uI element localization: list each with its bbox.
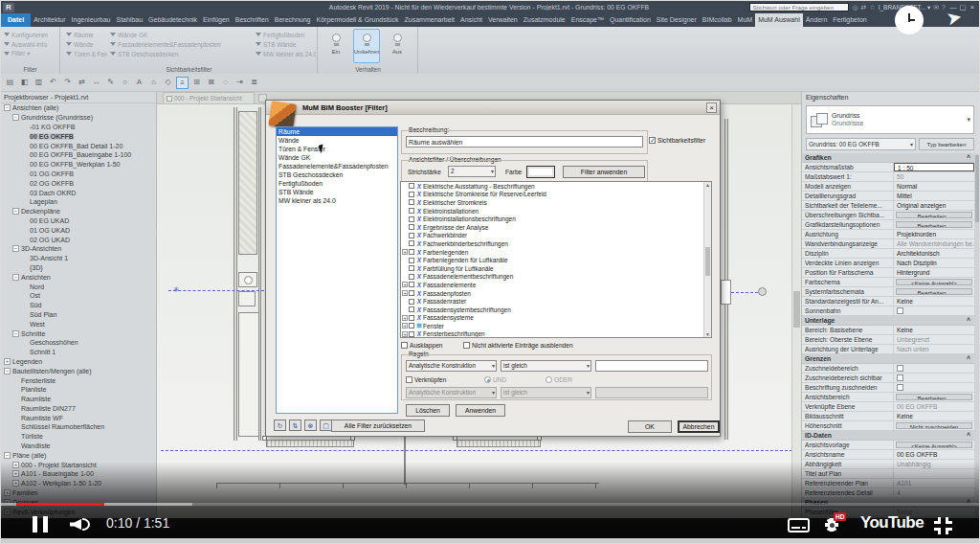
checklist-item-elektrischer-stromkreis[interactable]: XElektrischer Stromkreis xyxy=(401,198,711,207)
property-value[interactable]: 4 xyxy=(894,488,974,497)
tree-item-pl-ne-alle[interactable]: −Pläne (alle) xyxy=(1,450,156,460)
property-value[interactable]: Unabhängig xyxy=(894,460,974,468)
filter-list-item-r-ume[interactable]: Räume xyxy=(277,127,397,136)
sync-icon[interactable]: ⇄ xyxy=(861,2,867,12)
hide-unchecked-checkbox-row[interactable]: Nicht aktivierte Einträge ausblenden xyxy=(463,342,573,349)
tree-item-deckenpl-ne[interactable]: −Deckenpläne xyxy=(1,207,156,216)
collapse-icon[interactable]: ^ xyxy=(967,153,970,162)
property-edit-button[interactable]: Bearbeiten... xyxy=(896,288,972,295)
dialog-title[interactable]: MuM BIM Booster [Filter] xyxy=(266,101,720,115)
checklist-item-fassadensystembeschriftungen[interactable]: XFassadensystembeschriftungen xyxy=(401,306,711,314)
expand-icon[interactable]: + xyxy=(402,282,408,287)
ribbon-tab-k-rpermodell-grundst-ck[interactable]: Körpermodell & Grundstück xyxy=(314,13,402,27)
checklist-item-elektroinstallationen[interactable]: XElektroinstallationen xyxy=(401,207,711,215)
collapse-icon[interactable]: ^ xyxy=(967,431,970,440)
tree-item-ost[interactable]: Ost xyxy=(1,291,156,301)
tree-item-raumliste-din277[interactable]: Raumliste DIN277 xyxy=(1,404,156,414)
checklist-item-ergebnisse-der-analyse[interactable]: XErgebnisse der Analyse xyxy=(401,223,711,232)
ribbon-tab-geb-udetechnik[interactable]: Gebäudetechnik xyxy=(145,13,200,27)
delete-rule-button[interactable]: Löschen xyxy=(406,404,450,417)
ribbon-tab-zusatzmodule[interactable]: Zusatzmodule xyxy=(521,13,568,27)
chevron-down-icon[interactable]: ▾ xyxy=(967,116,970,124)
checklist-checkbox[interactable] xyxy=(409,274,414,280)
filter-list-item-t-ren-fenster[interactable]: Türen & Fenster xyxy=(277,145,397,153)
ribbon-tab-ingenieurbau[interactable]: Ingenieurbau xyxy=(69,13,114,27)
property-checkbox[interactable] xyxy=(897,374,903,381)
checklist-checkbox[interactable] xyxy=(409,199,414,205)
property-value[interactable]: Normal xyxy=(894,182,974,191)
properties-section-id-daten[interactable]: ID-Daten^ xyxy=(802,431,974,441)
tree-item-schl-ssel-raumoberfl-chen[interactable]: Schlüssel Raumoberflächen xyxy=(1,422,156,432)
tree-item-3d-ansicht-1[interactable]: 3D-Ansicht 1 xyxy=(1,254,156,263)
and-radio[interactable] xyxy=(484,376,491,383)
checklist-checkbox[interactable] xyxy=(409,183,414,189)
link-rules-checkbox-row[interactable]: Verknüpfen xyxy=(406,376,446,383)
filter-category-list[interactable]: RäumeWändeTüren & FensterWände GKFassade… xyxy=(276,126,398,414)
tree-item-bauteillisten-mengen-alle[interactable]: −Bauteillisten/Mengen (alle) xyxy=(1,366,156,375)
ribbon-tab-verwalten[interactable]: Verwalten xyxy=(485,13,521,27)
checklist-item-fassadenpfosten[interactable]: +XFassadenpfosten xyxy=(401,289,711,298)
hide-unchecked-checkbox[interactable] xyxy=(463,342,470,349)
rule-operator-select-2[interactable]: ist gleich xyxy=(501,387,591,398)
reset-all-filters-button[interactable]: Alle Filter zurücksetzen xyxy=(331,419,425,432)
ribbon-item-auswahl-info[interactable]: Auswahl-Info xyxy=(1,39,59,49)
view-tab[interactable]: 000 - Projekt Startansicht xyxy=(163,92,255,103)
checklist-checkbox[interactable] xyxy=(409,299,414,305)
checklist-item-fassadensysteme[interactable]: +XFassadensysteme xyxy=(401,314,711,323)
tree-item-00-eg-okffb-bad-detail-1-20[interactable]: 00 EG OKFFB_Bad Detail 1-20 xyxy=(1,141,156,150)
tree-item-00-eg-okffb-baueingabe-1-100[interactable]: 00 EG OKFFB_Baueingabe 1-100 xyxy=(1,150,156,160)
ribbon-item-konfigurieren[interactable]: Konfigurieren xyxy=(1,30,59,39)
color-swatch-button[interactable] xyxy=(526,166,555,178)
behavior-button-aus[interactable]: Aus xyxy=(384,29,411,63)
tree-item-t-rliste[interactable]: Türliste xyxy=(1,432,156,442)
properties-scrollbar[interactable] xyxy=(974,153,980,518)
stroke-weight-select[interactable]: 2 xyxy=(448,166,496,177)
close-button[interactable]: × xyxy=(968,3,977,11)
tree-item-03-dach-okrd[interactable]: 03 Dach OKRD xyxy=(1,188,156,197)
tree-item-01-kg-okffb[interactable]: -01 KG OKFFB xyxy=(1,123,156,132)
checklist-scrollbar[interactable]: ▲▼ xyxy=(703,182,711,337)
checklist-checkbox[interactable] xyxy=(409,258,414,263)
tree-item-00-eg-okffb[interactable]: 00 EG OKFFB xyxy=(1,131,156,141)
properties-section-grafiken[interactable]: Grafiken^ xyxy=(802,153,974,163)
description-input[interactable] xyxy=(406,136,643,147)
checklist-item-farbf-llung-f-r-luftkan-le[interactable]: XFarbfüllung für Luftkanäle xyxy=(401,264,711,273)
visibility-filter-checkbox[interactable]: ✓ xyxy=(649,137,656,144)
undo-icon[interactable]: ↶ xyxy=(47,77,59,89)
link-rules-checkbox[interactable] xyxy=(406,376,412,383)
checklist-item-farbenlegenden-f-r-luftkan-le[interactable]: XFarbenlegenden für Luftkanäle xyxy=(401,256,711,264)
tree-item-planliste[interactable]: Planliste xyxy=(1,385,156,395)
visibility-filter-r-ume[interactable]: Räume xyxy=(63,30,107,39)
category-checklist[interactable]: XElektrische Ausstattung - Beschriftunge… xyxy=(400,181,712,338)
default-3d-view-icon[interactable]: ⌂ xyxy=(147,77,160,89)
checklist-checkbox[interactable] xyxy=(409,331,414,337)
property-value[interactable]: Nach unten xyxy=(894,345,974,353)
checklist-item-elektrische-ausstattung-beschriftungen[interactable]: XElektrische Ausstattung - Beschriftunge… xyxy=(401,182,711,191)
tree-item-s-d-plan[interactable]: Süd Plan xyxy=(1,310,156,320)
visibility-filter-w-nde[interactable]: Wände xyxy=(63,39,107,49)
subtitles-icon[interactable] xyxy=(788,518,810,533)
expand-icon[interactable]: + xyxy=(402,323,408,329)
filter-list-item-stb-w-nde[interactable]: STB Wände xyxy=(277,188,397,196)
search-icon[interactable]: ◎ xyxy=(852,2,858,12)
checklist-item-fassadenelementbeschriftungen[interactable]: XFassadenelementbeschriftungen xyxy=(401,273,711,282)
checklist-checkbox[interactable] xyxy=(409,233,414,238)
ribbon-tab-datei[interactable]: Datei xyxy=(1,13,31,27)
expand-icon[interactable]: + xyxy=(12,462,19,468)
delete-filter-icon[interactable]: ⊗ xyxy=(304,419,317,431)
filter-list-item-w-nde[interactable]: Wände xyxy=(277,136,397,145)
property-edit-button[interactable]: <Keine Auswahl> xyxy=(896,442,972,448)
tree-item-legenden[interactable]: +Legenden xyxy=(1,357,156,367)
favorites-icon[interactable]: ☆ xyxy=(869,2,875,12)
import-export-icon[interactable]: ⇅ xyxy=(289,419,301,431)
text-icon[interactable]: A xyxy=(133,77,145,89)
property-edit-button[interactable]: Bearbeiten... xyxy=(896,394,972,400)
property-value[interactable] xyxy=(894,469,974,478)
filter-list-item-w-nde-gk[interactable]: Wände GK xyxy=(277,153,397,162)
rule-field-select-1[interactable]: Analytische Konstruktion xyxy=(406,360,497,372)
expand-icon[interactable]: − xyxy=(12,208,19,215)
search-input[interactable] xyxy=(749,3,849,11)
youtube-logo[interactable]: YouTube xyxy=(860,513,924,533)
property-edit-button[interactable]: Nicht zuschneiden xyxy=(896,422,972,429)
type-selector[interactable]: Grundriss Grundrisse ▾ xyxy=(806,105,974,134)
